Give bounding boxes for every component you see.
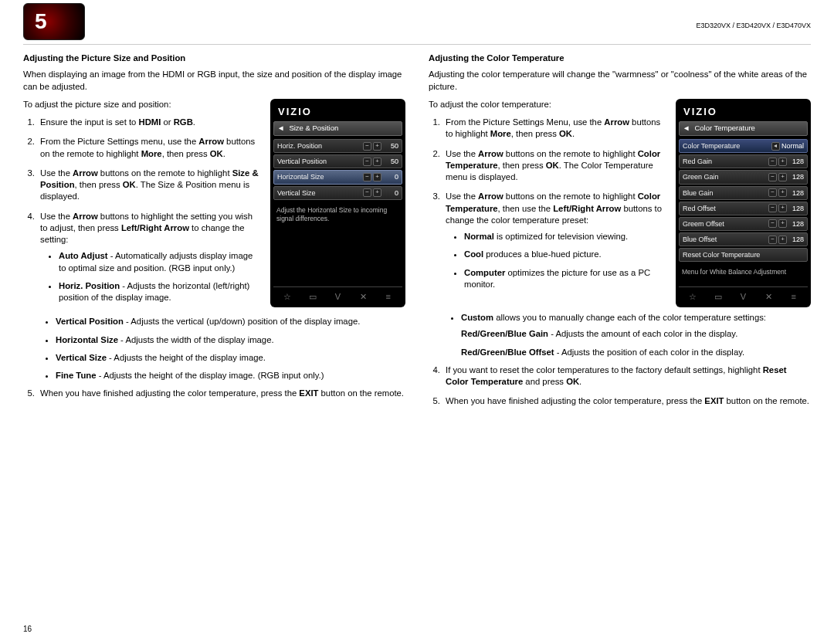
right-steps-top: From the Picture Settings Menu, use the … <box>429 117 666 290</box>
fig-row: Horizontal Size−+0 <box>273 170 402 184</box>
plus-chip-icon: + <box>778 173 787 181</box>
v-icon: V <box>331 291 344 303</box>
fig-brand: VIZIO <box>679 102 808 120</box>
right-body: To adjust the color temperature: From th… <box>429 99 811 307</box>
fig-description: Menu for White Balance Adjustment <box>679 263 808 286</box>
page-header: 5 E3D320VX / E3D420VX / E3D470VX <box>23 0 811 42</box>
row-value: Normal <box>781 141 804 151</box>
fig-bottom-bar: ☆ ▭ V ✕ ≡ <box>679 286 808 304</box>
bullet-vertical-size: Vertical Size - Adjusts the height of th… <box>56 352 405 364</box>
intro-left: When displaying an image from the HDMI o… <box>23 69 405 93</box>
x-icon: ✕ <box>356 291 370 303</box>
box-icon: ▭ <box>711 291 725 303</box>
step-4: Use the Arrow buttons to highlight the s… <box>37 211 261 304</box>
fig-row: Vertical Size−+0 <box>273 186 402 200</box>
step-2: From the Picture Settings menu, use the … <box>37 136 261 160</box>
left-steps-top: Ensure the input is set to HDMI or RGB. … <box>23 117 261 303</box>
fig-row: Red Gain−+128 <box>679 154 808 168</box>
more-icon: ≡ <box>381 291 395 303</box>
plus-chip-icon: + <box>778 204 787 212</box>
back-icon: ◄ <box>277 124 284 134</box>
minus-chip-icon: − <box>768 219 777 228</box>
minus-chip-icon: − <box>363 158 371 166</box>
fig-row: Green Gain−+128 <box>679 170 808 184</box>
lead-right: To adjust the color temperature: <box>429 99 666 110</box>
chapter-number: 5 <box>35 9 47 34</box>
row-label: Green Gain <box>683 172 719 181</box>
plus-chip-icon: + <box>373 188 381 197</box>
content-columns: Adjusting the Picture Size and Position … <box>23 53 811 415</box>
fig-row: Greem Offset−+128 <box>679 217 808 231</box>
fig-row-reset: Reset Color Temperature <box>679 248 808 262</box>
row-label: Reset Color Temperature <box>683 250 760 259</box>
row-value: 128 <box>788 188 804 198</box>
row-value: 50 <box>383 157 398 166</box>
fig-title-row: ◄ Size & Position <box>273 121 402 136</box>
row-label: Greem Offset <box>683 219 724 229</box>
fig-title-row: ◄ Color Temperature <box>679 121 808 136</box>
bullet-horizontal-size: Horizontal Size - Adjusts the width of t… <box>56 334 405 346</box>
bullet-cool: Cool produces a blue-hued picture. <box>464 249 666 260</box>
row-label: Color Temperature <box>683 141 740 151</box>
left-chip-icon: ◂ <box>771 142 780 151</box>
lead-left: To adjust the picture size and position: <box>23 99 261 110</box>
bullet-horiz-position: Horiz. Position - Adjusts the horizontal… <box>59 280 261 304</box>
box-icon: ▭ <box>306 291 320 303</box>
left-body: To adjust the picture size and position:… <box>23 99 405 312</box>
sub-gain: Red/Green/Blue Gain - Adjusts the amount… <box>461 328 811 340</box>
plus-chip-icon: + <box>778 158 787 166</box>
row-value: 50 <box>383 141 398 151</box>
right-steps-bottom: If you want to reset the color temperatu… <box>429 364 811 408</box>
step-5: When you have finished adjusting the col… <box>37 388 405 399</box>
right-bullets-continued: Custom allows you to manually change eac… <box>429 312 811 358</box>
r-step-5: When you have finished adjusting the col… <box>442 395 811 407</box>
fig-description: Adjust the Horizontal Size to incoming s… <box>273 202 402 286</box>
back-icon: ◄ <box>683 124 690 134</box>
star-icon: ☆ <box>280 291 294 303</box>
r-step-4: If you want to reset the color temperatu… <box>442 364 811 388</box>
bullet-vertical-position: Vertical Position - Adjusts the vertical… <box>56 316 405 327</box>
row-label: Vertical Position <box>277 157 327 166</box>
r-step-3: Use the Arrow buttons on the remote to h… <box>442 191 666 290</box>
minus-chip-icon: − <box>363 188 371 197</box>
minus-chip-icon: − <box>363 173 371 181</box>
bullet-auto-adjust: Auto Adjust - Automatically adjusts disp… <box>59 250 261 274</box>
row-value: 0 <box>383 172 398 181</box>
fig-row: Blue Offset−+128 <box>679 232 808 246</box>
row-value: 128 <box>788 172 804 181</box>
model-numbers: E3D320VX / E3D420VX / E3D470VX <box>696 14 811 29</box>
left-steps-bottom: When you have finished adjusting the col… <box>23 388 405 399</box>
step-1: Ensure the input is set to HDMI or RGB. <box>37 117 261 128</box>
x-icon: ✕ <box>761 291 775 303</box>
row-label: Blue Gain <box>683 188 714 198</box>
row-label: Horiz. Position <box>277 141 322 151</box>
page-number: 16 <box>23 625 32 633</box>
fig-row: Vertical Position−+50 <box>273 154 402 168</box>
figure-size-position: VIZIO ◄ Size & Position Horiz. Position−… <box>270 99 405 307</box>
sub-offset: Red/Green/Blue Offset - Adjusts the posi… <box>461 347 811 358</box>
minus-chip-icon: − <box>768 236 777 244</box>
left-column: Adjusting the Picture Size and Position … <box>23 53 405 415</box>
more-icon: ≡ <box>787 291 801 303</box>
intro-right: Adjusting the color temperature will cha… <box>429 69 811 93</box>
minus-chip-icon: − <box>363 142 371 151</box>
right-column: Adjusting the Color Temperature Adjustin… <box>429 53 811 415</box>
fig-title: Color Temperature <box>694 124 755 134</box>
r-step-2: Use the Arrow buttons on the remote to h… <box>442 148 666 184</box>
v-icon: V <box>736 291 750 303</box>
right-text: To adjust the color temperature: From th… <box>429 99 666 298</box>
step-3: Use the Arrow buttons on the remote to h… <box>37 168 261 203</box>
row-label: Red Gain <box>683 157 712 166</box>
row-value: 0 <box>383 188 398 198</box>
left-bullets-continued: Vertical Position - Adjusts the vertical… <box>23 316 405 381</box>
fig-row-color-temp: Color Temperature ◂Normal <box>679 139 808 153</box>
bullet-fine-tune: Fine Tune - Adjusts the height of the di… <box>56 370 405 381</box>
figure-color-temperature: VIZIO ◄ Color Temperature Color Temperat… <box>676 99 811 307</box>
bullet-computer: Computer optimizes the picture for use a… <box>464 267 666 291</box>
plus-chip-icon: + <box>373 158 381 166</box>
fig-row: Red Offset−+128 <box>679 202 808 215</box>
fig-row: Horiz. Position−+50 <box>273 139 402 153</box>
fig-bottom-bar: ☆ ▭ V ✕ ≡ <box>273 286 402 304</box>
section-title-right: Adjusting the Color Temperature <box>429 53 811 64</box>
minus-chip-icon: − <box>768 173 777 181</box>
